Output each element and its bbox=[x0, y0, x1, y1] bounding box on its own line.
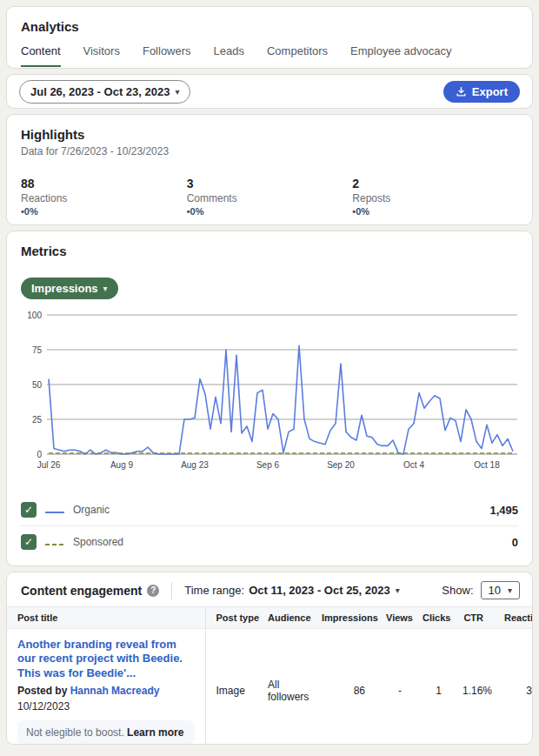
col-audience[interactable]: Audience bbox=[257, 607, 311, 629]
reactions-cell: 3 bbox=[494, 629, 532, 745]
tab-employee-advocacy[interactable]: Employee advocacy bbox=[350, 44, 451, 67]
show-count-value: 10 bbox=[489, 584, 501, 597]
metrics-card: Metrics Impressions ▾ 0255075100Jul 26Au… bbox=[7, 231, 532, 565]
stat-delta: •0% bbox=[21, 206, 187, 217]
vertical-divider bbox=[171, 582, 172, 599]
metric-selector-label: Impressions bbox=[31, 282, 98, 295]
stat-comments: 3 Comments •0% bbox=[187, 177, 353, 217]
stat-label: Comments bbox=[187, 192, 353, 204]
header-card: Analytics Content Visitors Followers Lea… bbox=[7, 7, 532, 68]
engagement-table: Post title Post type Audience Impression… bbox=[7, 606, 532, 744]
download-icon bbox=[456, 86, 467, 97]
legend-label: Organic bbox=[73, 504, 110, 516]
x-tick-label: Sep 6 bbox=[256, 460, 280, 470]
export-button[interactable]: Export bbox=[443, 81, 520, 103]
col-post-title[interactable]: Post title bbox=[7, 607, 205, 629]
legend-value: 1,495 bbox=[489, 504, 518, 517]
legend-value: 0 bbox=[512, 536, 518, 549]
legend-row-sponsored: ✓ Sponsored 0 bbox=[21, 525, 518, 558]
col-views[interactable]: Views bbox=[376, 607, 412, 629]
stat-delta: •0% bbox=[187, 206, 353, 217]
impressions-chart-wrap: 0255075100Jul 26Aug 9Aug 23Sep 6Sep 20Oc… bbox=[21, 306, 518, 487]
clicks-cell: 1 bbox=[412, 629, 452, 745]
y-tick-label: 0 bbox=[37, 450, 42, 459]
organic-checkbox[interactable]: ✓ bbox=[21, 502, 37, 518]
x-tick-label: Jul 26 bbox=[37, 460, 61, 470]
chevron-down-icon: ▾ bbox=[103, 284, 108, 293]
page-title: Analytics bbox=[21, 19, 518, 34]
tab-competitors[interactable]: Competitors bbox=[267, 44, 328, 67]
organic-line-swatch bbox=[45, 502, 64, 518]
x-tick-label: Oct 4 bbox=[403, 460, 424, 470]
posted-by: Posted by Hannah Macready bbox=[17, 685, 195, 697]
show-label: Show: bbox=[442, 584, 473, 597]
author-link[interactable]: Hannah Macready bbox=[70, 685, 160, 697]
col-ctr[interactable]: CTR bbox=[452, 607, 494, 629]
impressions-cell: 86 bbox=[311, 629, 376, 745]
stat-label: Reactions bbox=[21, 192, 187, 204]
content-engagement-card: Content engagement ? Time range: Oct 11,… bbox=[7, 572, 532, 744]
stat-reposts: 2 Reposts •0% bbox=[352, 177, 518, 217]
impressions-chart: 0255075100Jul 26Aug 9Aug 23Sep 6Sep 20Oc… bbox=[21, 306, 519, 484]
show-count-select[interactable]: 10 ▾ bbox=[481, 581, 521, 599]
col-reactions[interactable]: Reactions bbox=[494, 607, 532, 629]
tab-leads[interactable]: Leads bbox=[214, 44, 244, 67]
tab-content[interactable]: Content bbox=[21, 44, 61, 67]
show-control: Show: 10 ▾ bbox=[442, 581, 520, 599]
series-organic bbox=[49, 345, 513, 454]
date-range-dropdown[interactable]: Jul 26, 2023 - Oct 23, 2023 ▾ bbox=[19, 80, 190, 104]
legend-label: Sponsored bbox=[73, 536, 123, 548]
x-tick-label: Sep 20 bbox=[327, 460, 355, 470]
y-tick-label: 75 bbox=[32, 345, 43, 355]
chevron-down-icon: ▾ bbox=[508, 585, 512, 595]
y-tick-label: 100 bbox=[27, 311, 42, 320]
learn-more-link[interactable]: Learn more bbox=[127, 726, 183, 739]
col-post-type[interactable]: Post type bbox=[205, 607, 257, 629]
x-tick-label: Aug 23 bbox=[181, 460, 209, 470]
boost-note: Not elegible to boost. bbox=[26, 726, 124, 739]
x-tick-label: Aug 9 bbox=[110, 460, 134, 470]
highlights-card: Highlights Data for 7/26/2023 - 10/23/20… bbox=[7, 115, 532, 224]
post-title-link[interactable]: Another branding reveal from our recent … bbox=[17, 638, 195, 680]
legend-row-organic: ✓ Organic 1,495 bbox=[21, 494, 518, 525]
metric-selector-dropdown[interactable]: Impressions ▾ bbox=[21, 278, 118, 299]
toolbar-card: Jul 26, 2023 - Oct 23, 2023 ▾ Export bbox=[7, 75, 532, 108]
sponsored-line-swatch bbox=[45, 534, 64, 550]
col-impressions[interactable]: Impressions bbox=[311, 607, 376, 629]
engagement-header: Content engagement ? Time range: Oct 11,… bbox=[7, 572, 532, 606]
help-icon[interactable]: ? bbox=[147, 585, 159, 597]
table-row: Another branding reveal from our recent … bbox=[7, 629, 532, 745]
highlights-title: Highlights bbox=[21, 127, 518, 142]
chart-legend: ✓ Organic 1,495 ✓ Sponsored 0 bbox=[21, 494, 518, 558]
views-cell: - bbox=[376, 629, 412, 745]
time-range-dropdown[interactable]: Oct 11, 2023 - Oct 25, 2023 bbox=[249, 584, 390, 597]
engagement-title: Content engagement bbox=[21, 584, 142, 598]
ctr-cell: 1.16% bbox=[452, 629, 494, 745]
sponsored-checkbox[interactable]: ✓ bbox=[21, 534, 37, 550]
post-type-cell: Image bbox=[205, 629, 257, 745]
stat-value: 3 bbox=[187, 177, 353, 191]
stat-value: 2 bbox=[352, 177, 518, 191]
y-tick-label: 50 bbox=[32, 380, 43, 390]
stat-value: 88 bbox=[21, 177, 187, 191]
date-range-label: Jul 26, 2023 - Oct 23, 2023 bbox=[30, 85, 170, 98]
tab-bar: Content Visitors Followers Leads Competi… bbox=[21, 44, 518, 67]
tab-followers[interactable]: Followers bbox=[143, 44, 191, 67]
post-title-cell: Another branding reveal from our recent … bbox=[7, 629, 205, 745]
post-date: 10/12/2023 bbox=[17, 700, 195, 713]
boost-eligibility-chip: Not elegible to boost. Learn more bbox=[17, 720, 195, 744]
analytics-page: Analytics Content Visitors Followers Lea… bbox=[0, 0, 539, 756]
y-tick-label: 25 bbox=[32, 415, 43, 425]
metrics-title: Metrics bbox=[21, 244, 518, 258]
tab-visitors[interactable]: Visitors bbox=[83, 44, 120, 67]
stat-delta: •0% bbox=[352, 206, 518, 217]
highlights-subtitle: Data for 7/26/2023 - 10/23/2023 bbox=[21, 145, 518, 157]
chevron-down-icon: ▾ bbox=[175, 87, 179, 97]
highlights-stats: 88 Reactions •0% 3 Comments •0% 2 Repost… bbox=[21, 177, 518, 217]
stat-label: Reposts bbox=[352, 192, 518, 204]
table-header-row: Post title Post type Audience Impression… bbox=[7, 607, 532, 629]
time-range-label: Time range: bbox=[184, 584, 244, 597]
export-label: Export bbox=[472, 85, 508, 98]
col-clicks[interactable]: Clicks bbox=[412, 607, 452, 629]
x-tick-label: Oct 18 bbox=[474, 460, 500, 470]
